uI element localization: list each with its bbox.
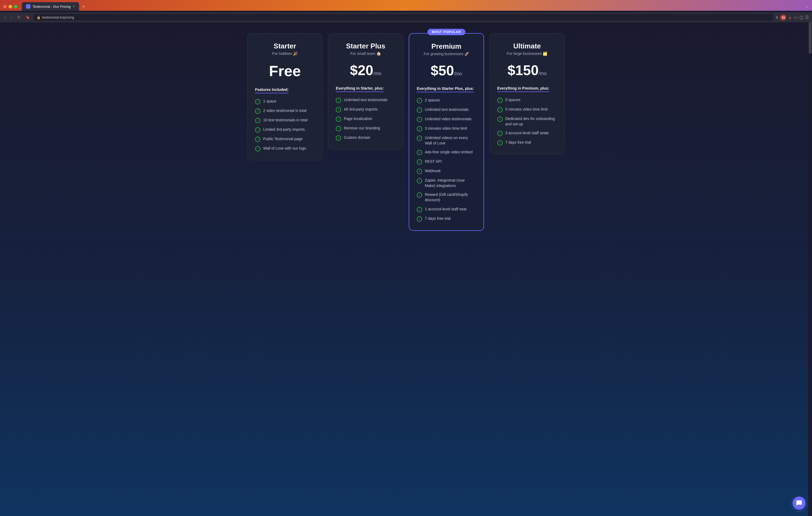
check-icon: ✓ (336, 98, 341, 103)
feature-text: 5 minutes video time limit (505, 107, 548, 112)
menu-icon[interactable]: ☰ (805, 15, 809, 20)
price-row-premium: $50/mo (417, 62, 476, 79)
check-icon: ✓ (417, 192, 422, 198)
feature-item: ✓ Ads-free single video embed (417, 150, 476, 155)
bookmark-button[interactable]: 🔖 (24, 15, 31, 20)
check-icon: ✓ (497, 107, 502, 112)
alert-icon[interactable]: ▲ (788, 15, 792, 20)
price-amount-starter: Free (269, 62, 301, 79)
tab-favicon (26, 4, 30, 9)
chat-bubble[interactable] (793, 497, 806, 510)
reader-view-icon[interactable]: ◫ (799, 15, 803, 20)
check-icon: ✓ (497, 131, 502, 136)
maximize-traffic-light[interactable] (14, 5, 18, 8)
check-icon: ✓ (255, 137, 260, 142)
feature-item: ✓ 3 account-level staff seats (497, 131, 557, 136)
check-icon: ✓ (255, 118, 260, 123)
feature-text: Dedicated dev for onboarding and set-up (505, 116, 557, 127)
feature-text: Unlimited videos on every Wall of Love (425, 135, 476, 146)
scrollbar-thumb[interactable] (809, 22, 811, 54)
check-icon: ✓ (336, 135, 341, 141)
card-title-starter: Starter (255, 42, 315, 50)
check-icon: ✓ (255, 146, 260, 151)
feature-item: ✓ Webhook (417, 168, 476, 174)
feature-text: 7 days free trial (425, 216, 451, 222)
price-amount-starter-plus: $20 (350, 62, 373, 78)
check-icon: ✓ (417, 159, 422, 165)
check-icon: ✓ (417, 207, 422, 212)
scrollbar-track[interactable] (808, 22, 812, 516)
feature-item: ✓ Remove our branding (336, 126, 396, 131)
feature-item: ✓ 7 days free trial (497, 140, 557, 146)
card-title-premium: Premium (417, 42, 476, 51)
check-icon: ✓ (417, 136, 422, 141)
feature-text: 5 spaces (505, 97, 520, 103)
feature-item: ✓ Public Testimonial page (255, 136, 315, 142)
feature-item: ✓ Page localization (336, 116, 396, 122)
popular-badge: MOST POPULAR (428, 29, 465, 35)
feature-text: 7 days free trial (505, 140, 531, 145)
feature-text: Public Testimonial page (263, 136, 303, 142)
features-list-premium: ✓ 2 spaces ✓ Unlimited text testimonials… (417, 98, 476, 222)
check-icon: ✓ (417, 107, 422, 113)
browser-toolbar: ‹ › ↻ 🔖 🔒 testimonial.to/pricing ⬆ 15 ▲ … (0, 12, 812, 22)
check-icon: ✓ (336, 116, 341, 122)
feature-text: Unlimited text testimonials (425, 107, 469, 112)
price-amount-premium: $50 (431, 63, 454, 78)
feature-text: Zapier, Integromat (now Make) integratio… (425, 178, 476, 188)
feature-item: ✓ 5 minutes video time limit (497, 107, 557, 112)
close-traffic-light[interactable] (3, 5, 7, 8)
feature-text: Unlimited text testimonials (344, 97, 388, 103)
reload-button[interactable]: ↻ (16, 14, 22, 21)
feature-item: ✓ 10 text testimonials in total (255, 118, 315, 123)
card-title-starter-plus: Starter Plus (336, 42, 396, 50)
price-row-ultimate: $150/mo (497, 62, 557, 78)
pricing-card-ultimate: UltimateFor large businesses 🗂️$150/moEv… (489, 33, 565, 154)
back-button[interactable]: ‹ (3, 15, 7, 21)
features-list-ultimate: ✓ 5 spaces ✓ 5 minutes video time limit … (497, 97, 557, 146)
tab-title: Testimonial - Our Pricing (33, 5, 71, 9)
features-header-starter: Features Included: (255, 87, 288, 93)
window-controls-collapse[interactable]: ⌄ (805, 3, 809, 8)
feature-text: 1 account-level staff seat (425, 207, 467, 212)
check-icon: ✓ (497, 116, 502, 122)
traffic-lights (3, 5, 18, 8)
feature-text: Webhook (425, 168, 441, 174)
feature-text: REST API (425, 159, 442, 164)
price-suffix-ultimate: /mo (539, 71, 547, 76)
address-bar[interactable]: 🔒 testimonial.to/pricing (33, 14, 774, 21)
check-icon: ✓ (417, 178, 422, 183)
url-text: testimonial.to/pricing (42, 15, 74, 19)
feature-item: ✓ 7 days free trial (417, 216, 476, 222)
minimize-traffic-light[interactable] (9, 5, 12, 8)
new-tab-button[interactable]: + (80, 3, 87, 11)
price-suffix-premium: /mo (454, 71, 462, 77)
check-icon: ✓ (497, 140, 502, 146)
feature-text: Wall of Love with our logo (263, 146, 306, 151)
card-subtitle-premium: For growing businesses 🚀 (417, 52, 476, 56)
feature-text: Remove our branding (344, 126, 380, 131)
features-header-premium: Everything in Starter Plus, plus: (417, 86, 474, 92)
check-icon: ✓ (336, 126, 341, 131)
feature-item: ✓ Unlimited video testimonials (417, 116, 476, 122)
check-icon: ✓ (417, 169, 422, 174)
extensions-icon[interactable]: 15 (780, 15, 786, 21)
check-icon: ✓ (336, 107, 341, 112)
check-icon: ✓ (255, 127, 260, 133)
feature-item: ✓ 2 spaces (417, 98, 476, 103)
feature-item: ✓ REST API (417, 159, 476, 165)
lock-icon: 🔒 (37, 16, 40, 19)
features-header-starter-plus: Everything in Starter, plus: (336, 86, 384, 92)
feature-text: 10 text testimonials in total (263, 118, 308, 123)
pricing-card-starter-plus: Starter PlusFor small team 🏠$20/moEveryt… (328, 33, 403, 150)
feature-item: ✓ 5 spaces (497, 97, 557, 103)
forward-button[interactable]: › (9, 15, 13, 21)
feature-item: ✓ 1 account-level staff seat (417, 207, 476, 212)
browser-chrome: Testimonial - Our Pricing × + ⌄ ‹ › ↻ 🔖 … (0, 0, 812, 22)
active-tab[interactable]: Testimonial - Our Pricing × (22, 2, 79, 11)
tab-close-button[interactable]: × (73, 5, 75, 8)
feature-text: Ads-free single video embed (425, 150, 472, 155)
share-icon[interactable]: ⬆ (775, 15, 779, 20)
sidebar-toggle-icon[interactable]: ▭ (794, 15, 798, 20)
features-list-starter-plus: ✓ Unlimited text testimonials ✓ All 3rd-… (336, 97, 396, 141)
